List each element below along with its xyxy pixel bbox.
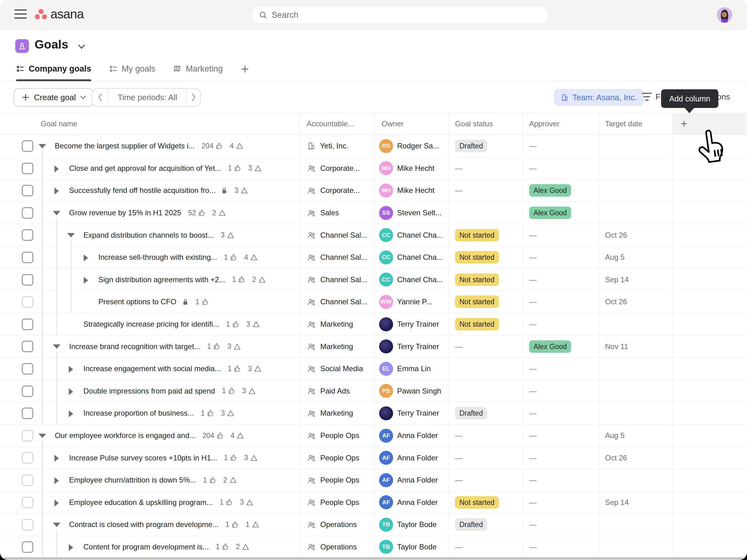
approver-badge[interactable]: Alex Good [529, 184, 571, 196]
approver-cell[interactable]: — [522, 425, 598, 447]
like-count[interactable]: 52 [188, 209, 205, 217]
accountable-cell[interactable]: People Ops [299, 447, 374, 469]
row-checkbox[interactable] [22, 341, 33, 352]
accountable-cell[interactable]: Channel Sal... [299, 269, 374, 291]
row-checkbox[interactable] [22, 385, 33, 397]
row-checkbox[interactable] [22, 519, 33, 530]
accountable-cell[interactable]: Sales [299, 202, 374, 224]
asana-logo[interactable]: asana [35, 7, 84, 22]
goal-name[interactable]: Present options to CFO [98, 297, 177, 306]
accountable-cell[interactable]: People Ops [299, 469, 374, 491]
goal-status-cell[interactable]: — [448, 447, 522, 469]
owner-cell[interactable]: CCChanel Cha... [374, 224, 448, 246]
like-count[interactable]: 1 [207, 342, 221, 351]
accountable-cell[interactable]: Marketing [299, 313, 374, 336]
search-input[interactable]: Search [251, 6, 549, 24]
status-badge[interactable]: Not started [455, 229, 499, 241]
goal-name[interactable]: Strategically increase pricing for ident… [83, 320, 219, 328]
goal-name[interactable]: Contract is closed with program developm… [69, 520, 218, 529]
row-checkbox[interactable] [22, 140, 33, 152]
status-badge[interactable]: Drafted [455, 140, 487, 152]
accountable-cell[interactable]: People Ops [299, 491, 374, 514]
row-checkbox[interactable] [22, 475, 33, 486]
owner-cell[interactable]: SSSteven Selt... [374, 202, 448, 224]
target-date-cell[interactable]: Oct 26 [598, 291, 673, 313]
goal-name[interactable]: Content for program development is... [83, 542, 209, 551]
goal-name[interactable]: Increase engagement with social media... [83, 364, 221, 373]
approver-cell[interactable]: — [522, 358, 598, 380]
approver-cell[interactable]: — [522, 291, 598, 313]
goal-status-cell[interactable]: Not started [448, 269, 522, 291]
approver-cell[interactable]: — [522, 514, 598, 536]
row-checkbox[interactable] [22, 497, 33, 508]
hamburger-menu-icon[interactable] [14, 9, 27, 21]
goal-status-cell[interactable]: Not started [448, 224, 522, 246]
status-badge[interactable]: Not started [455, 251, 499, 264]
accountable-cell[interactable]: Marketing [299, 336, 374, 357]
approver-cell[interactable]: — [522, 380, 598, 402]
add-tab-button[interactable] [241, 65, 249, 81]
status-badge[interactable]: Not started [455, 273, 499, 286]
target-date-cell[interactable] [598, 135, 673, 157]
row-checkbox[interactable] [22, 296, 33, 308]
time-period-next-button[interactable] [186, 89, 200, 106]
like-count[interactable]: 1 [203, 476, 216, 484]
collapse-caret-icon[interactable] [38, 144, 46, 149]
expand-caret-icon[interactable] [84, 255, 88, 261]
goal-status-cell[interactable]: — [448, 425, 522, 447]
like-count[interactable]: 204 [202, 431, 224, 440]
goal-name[interactable]: Increase brand recognition with target..… [69, 342, 201, 351]
goal-name[interactable]: Close and get approval for acquisition o… [69, 164, 221, 173]
goal-name[interactable]: Increase Pulse survey scores +10pts in H… [69, 454, 217, 462]
create-goal-button[interactable]: Create goal [14, 88, 94, 107]
collapse-caret-icon[interactable] [53, 523, 60, 527]
goal-status-cell[interactable]: Drafted [448, 402, 522, 424]
collapse-caret-icon[interactable] [53, 344, 60, 349]
owner-cell[interactable]: CCChanel Cha... [374, 246, 448, 268]
approver-cell[interactable]: — [522, 135, 598, 157]
owner-cell[interactable]: AFAnna Folder [374, 469, 448, 491]
like-count[interactable]: 1 [228, 164, 241, 172]
expand-caret-icon[interactable] [54, 165, 59, 172]
tab-my-goals[interactable]: My goals [109, 64, 155, 81]
goal-status-cell[interactable] [448, 202, 522, 224]
accountable-cell[interactable]: People Ops [299, 425, 374, 447]
approver-cell[interactable]: — [522, 313, 598, 336]
collapse-caret-icon[interactable] [53, 211, 60, 215]
target-date-cell[interactable] [598, 402, 673, 424]
approver-cell[interactable]: — [522, 402, 598, 424]
goal-name[interactable]: Double impressions from paid ad spend [83, 387, 215, 395]
goal-status-cell[interactable]: — [448, 536, 522, 558]
time-period-prev-button[interactable] [93, 89, 108, 106]
approver-cell[interactable]: — [522, 536, 598, 558]
title-chevron-down-icon[interactable] [78, 44, 85, 49]
target-date-cell[interactable] [598, 313, 673, 336]
target-date-cell[interactable] [598, 157, 673, 180]
like-count[interactable]: 204 [202, 142, 223, 150]
target-date-cell[interactable]: Sep 14 [598, 491, 673, 514]
goal-name[interactable]: Increase sell-through with existing... [98, 253, 217, 262]
collapse-caret-icon[interactable] [38, 434, 46, 438]
status-badge[interactable]: Not started [455, 318, 499, 330]
owner-cell[interactable]: AFAnna Folder [374, 425, 448, 447]
target-date-cell[interactable] [598, 514, 673, 536]
owner-cell[interactable]: MHMike Hecht [374, 180, 448, 202]
owner-cell[interactable]: AFAnna Folder [374, 491, 448, 514]
owner-cell[interactable]: Terry Trainer [374, 313, 448, 336]
expand-caret-icon[interactable] [69, 410, 73, 417]
target-date-cell[interactable]: Nov 11 [598, 336, 673, 357]
target-date-cell[interactable]: Sep 14 [598, 269, 673, 291]
like-count[interactable]: 1 [225, 521, 239, 529]
approver-cell[interactable]: Alex Good [522, 180, 598, 202]
approver-cell[interactable]: — [522, 269, 598, 291]
accountable-cell[interactable]: Social Media [299, 358, 374, 380]
goal-name[interactable]: Become the largest supplier of Widgets i… [55, 141, 195, 150]
goal-name[interactable]: Employee education & upskilling program.… [69, 498, 213, 507]
goal-status-cell[interactable] [448, 380, 522, 402]
accountable-cell[interactable]: Yeti, Inc. [299, 135, 374, 157]
expand-caret-icon[interactable] [69, 544, 73, 551]
like-count[interactable]: 1 [222, 387, 235, 395]
status-badge[interactable]: Not started [455, 496, 499, 509]
like-count[interactable]: 1 [220, 498, 233, 506]
owner-cell[interactable]: Terry Trainer [374, 336, 448, 357]
